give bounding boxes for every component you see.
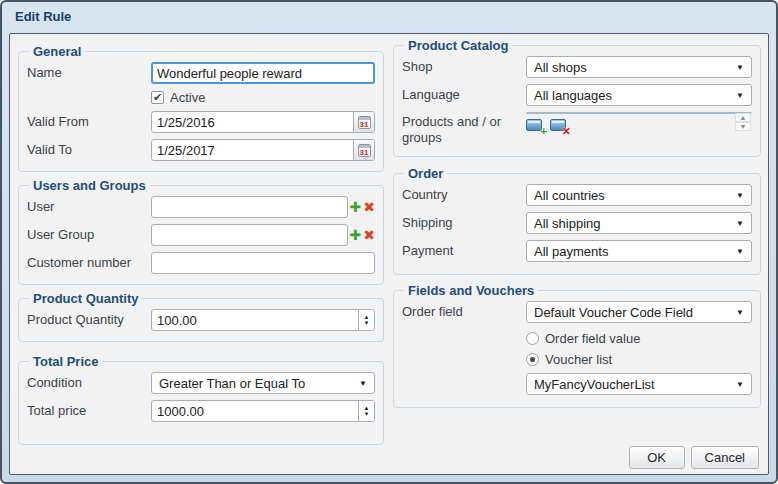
- user-group-control: ✚ ✖: [151, 224, 375, 246]
- valid-from-calendar-button[interactable]: 31: [353, 112, 374, 132]
- name-input[interactable]: [151, 62, 375, 84]
- order-field-control: Default Voucher Code Field ▼: [526, 301, 752, 323]
- total-price-field: ▲ ▼: [151, 400, 375, 422]
- country-label: Country: [402, 187, 526, 203]
- total-price-stepper[interactable]: ▲ ▼: [358, 401, 374, 421]
- add-products-icon[interactable]: +: [526, 118, 545, 134]
- chevron-down-icon: ▼: [736, 380, 744, 389]
- right-column: Product Catalog Shop All shops ▼ Languag…: [393, 38, 761, 414]
- total-price-input[interactable]: [152, 401, 358, 421]
- condition-select[interactable]: Greater Than or Equal To ▼: [151, 372, 375, 394]
- cancel-button[interactable]: Cancel: [691, 446, 759, 469]
- remove-user-group-icon[interactable]: ✖: [363, 227, 375, 243]
- name-label: Name: [27, 65, 151, 81]
- dialog-footer: OK Cancel: [629, 446, 759, 469]
- valid-from-control: 31: [151, 111, 375, 133]
- shipping-value: All shipping: [534, 216, 732, 231]
- shipping-row: Shipping All shipping ▼: [402, 212, 752, 234]
- active-checkbox[interactable]: ✔: [151, 91, 164, 104]
- scroll-up-icon[interactable]: ▲: [735, 113, 751, 122]
- scroll-down-icon[interactable]: ▼: [735, 122, 751, 131]
- voucher-select-row: MyFancyVoucherList ▼: [402, 373, 752, 395]
- ok-button[interactable]: OK: [629, 446, 685, 469]
- add-user-icon[interactable]: ✚: [350, 199, 362, 215]
- condition-value: Greater Than or Equal To: [159, 376, 355, 391]
- spinner-down-icon: ▼: [364, 320, 370, 326]
- order-section: Order Country All countries ▼ Shipping: [393, 166, 761, 275]
- country-row: Country All countries ▼: [402, 184, 752, 206]
- product-quantity-field: ▲ ▼: [151, 309, 375, 331]
- user-group-input[interactable]: [151, 224, 348, 246]
- order-field-value-radio[interactable]: [526, 332, 539, 345]
- dialog-title: Edit Rule: [2, 2, 776, 32]
- remove-user-icon[interactable]: ✖: [363, 199, 375, 215]
- user-control: ✚ ✖: [151, 196, 375, 218]
- add-user-group-icon[interactable]: ✚: [350, 227, 362, 243]
- shipping-select[interactable]: All shipping ▼: [526, 212, 752, 234]
- plus-overlay-icon: +: [541, 126, 547, 136]
- voucher-list-radio[interactable]: [526, 353, 539, 366]
- fields-vouchers-legend: Fields and Vouchers: [404, 283, 538, 298]
- language-value: All languages: [534, 88, 732, 103]
- order-field-value: Default Voucher Code Field: [534, 305, 732, 320]
- spinner-down-icon: ▼: [364, 411, 370, 417]
- user-group-label: User Group: [27, 227, 151, 243]
- valid-from-input[interactable]: [152, 112, 353, 132]
- valid-from-row: Valid From 31: [27, 111, 375, 133]
- fields-vouchers-section: Fields and Vouchers Order field Default …: [393, 283, 761, 408]
- product-quantity-legend: Product Quantity: [29, 291, 142, 306]
- calendar-number: 31: [359, 148, 370, 157]
- user-label: User: [27, 199, 151, 215]
- country-value: All countries: [534, 188, 732, 203]
- product-quantity-input[interactable]: [152, 310, 358, 330]
- order-field-row: Order field Default Voucher Code Field ▼: [402, 301, 752, 323]
- condition-control: Greater Than or Equal To ▼: [151, 372, 375, 394]
- x-overlay-icon: ✕: [562, 126, 571, 136]
- payment-select[interactable]: All payments ▼: [526, 240, 752, 262]
- customer-number-row: Customer number: [27, 252, 375, 274]
- general-legend: General: [29, 44, 85, 59]
- valid-to-input[interactable]: [152, 140, 353, 160]
- voucher-list-row: Voucher list: [402, 352, 752, 367]
- name-row: Name: [27, 62, 375, 84]
- shop-row: Shop All shops ▼: [402, 56, 752, 78]
- order-field-select[interactable]: Default Voucher Code Field ▼: [526, 301, 752, 323]
- name-control: [151, 62, 375, 84]
- products-row: Products and / or groups ▲ ▼ +: [402, 112, 752, 146]
- shipping-label: Shipping: [402, 215, 526, 231]
- calendar-icon: 31: [358, 144, 371, 157]
- shop-select[interactable]: All shops ▼: [526, 56, 752, 78]
- valid-to-calendar-button[interactable]: 31: [353, 140, 374, 160]
- total-price-legend: Total Price: [29, 354, 103, 369]
- product-quantity-control: ▲ ▼: [151, 309, 375, 331]
- left-column: General Name ✔ Active: [18, 44, 384, 451]
- chevron-down-icon: ▼: [736, 308, 744, 317]
- product-catalog-section: Product Catalog Shop All shops ▼ Languag…: [393, 38, 761, 157]
- valid-to-row: Valid To 31: [27, 139, 375, 161]
- products-listbox[interactable]: ▲ ▼: [526, 112, 752, 114]
- checkmark-icon: ✔: [153, 92, 162, 103]
- customer-number-input[interactable]: [151, 252, 375, 274]
- total-price-row: Total price ▲ ▼: [27, 400, 375, 422]
- user-input[interactable]: [151, 196, 348, 218]
- remove-products-icon[interactable]: ✕: [550, 118, 569, 134]
- user-group-row: User Group ✚ ✖: [27, 224, 375, 246]
- payment-label: Payment: [402, 243, 526, 259]
- language-label: Language: [402, 87, 526, 103]
- total-price-section: Total Price Condition Greater Than or Eq…: [18, 354, 384, 445]
- payment-row: Payment All payments ▼: [402, 240, 752, 262]
- calendar-number: 31: [359, 120, 370, 129]
- general-section: General Name ✔ Active: [18, 44, 384, 172]
- shipping-control: All shipping ▼: [526, 212, 752, 234]
- product-catalog-legend: Product Catalog: [404, 38, 512, 53]
- users-groups-legend: Users and Groups: [29, 178, 150, 193]
- valid-to-field: 31: [151, 139, 375, 161]
- chevron-down-icon: ▼: [359, 379, 367, 388]
- chevron-down-icon: ▼: [736, 91, 744, 100]
- edit-rule-dialog: Edit Rule General Name ✔: [0, 0, 778, 484]
- voucher-list-select[interactable]: MyFancyVoucherList ▼: [526, 373, 752, 395]
- country-select[interactable]: All countries ▼: [526, 184, 752, 206]
- language-select[interactable]: All languages ▼: [526, 84, 752, 106]
- product-quantity-stepper[interactable]: ▲ ▼: [358, 310, 374, 330]
- products-actions: + ✕: [526, 118, 752, 134]
